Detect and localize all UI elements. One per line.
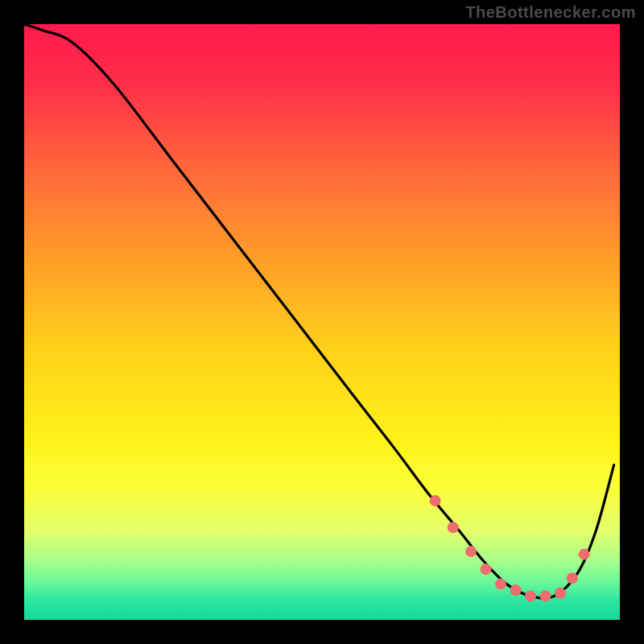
series-marker — [495, 579, 506, 590]
series-marker — [525, 590, 536, 601]
bottleneck-chart — [24, 24, 620, 620]
series-marker — [465, 546, 477, 557]
series-marker — [481, 564, 492, 575]
series-marker — [540, 590, 551, 601]
watermark-label: TheBottlenecker.com — [465, 3, 636, 22]
plot-area — [24, 24, 620, 620]
series-marker — [430, 495, 441, 506]
series-marker — [448, 522, 459, 533]
series-marker — [555, 588, 566, 599]
gradient-background — [24, 24, 620, 620]
chart-frame: TheBottlenecker.com — [0, 0, 644, 644]
series-marker — [567, 572, 578, 584]
series-marker — [510, 584, 522, 596]
series-marker — [579, 549, 590, 560]
